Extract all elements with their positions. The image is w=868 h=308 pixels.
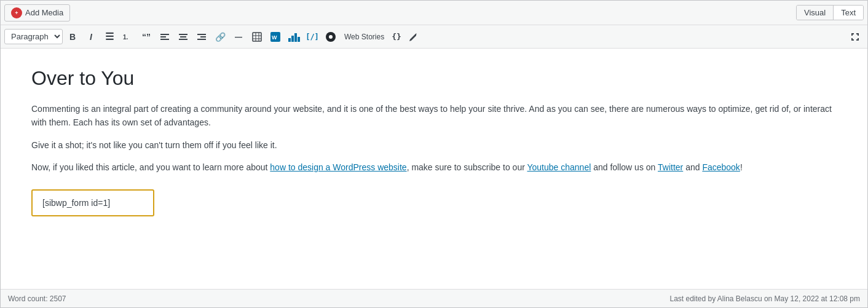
para-links-middle2: and follow us on bbox=[591, 162, 658, 172]
bold-button[interactable]: B bbox=[64, 28, 81, 45]
word-count-value: 2507 bbox=[50, 294, 66, 303]
chart-button[interactable] bbox=[285, 28, 302, 45]
align-right-button[interactable] bbox=[193, 28, 210, 45]
edit-icon bbox=[409, 32, 419, 42]
content-title: Over to You bbox=[31, 67, 837, 90]
web-stories-label: Web Stories bbox=[344, 33, 384, 41]
edit-button[interactable] bbox=[405, 28, 422, 45]
last-edited-area: Last edited by Alina Belascu on May 12, … bbox=[669, 294, 860, 303]
svg-rect-10 bbox=[253, 33, 261, 41]
editor-wrapper: + Add Media Visual Text Paragraph Headin… bbox=[0, 0, 868, 308]
para-links-middle: , make sure to subscribe to our bbox=[407, 162, 527, 172]
view-tabs: Visual Text bbox=[796, 5, 864, 20]
svg-rect-7 bbox=[197, 34, 206, 35]
link-youtube[interactable]: Youtube channel bbox=[527, 162, 591, 172]
horizontal-rule-button[interactable]: — bbox=[230, 28, 247, 45]
add-media-button[interactable]: + Add Media bbox=[4, 4, 70, 22]
svg-rect-3 bbox=[160, 39, 169, 40]
svg-rect-8 bbox=[200, 36, 206, 38]
expand-button[interactable] bbox=[846, 28, 864, 45]
blockquote-button[interactable]: “” bbox=[138, 28, 155, 45]
add-media-label: Add Media bbox=[25, 8, 63, 17]
visual-tab[interactable]: Visual bbox=[797, 6, 834, 20]
wp-blue-icon: W bbox=[270, 32, 280, 42]
table-button[interactable] bbox=[248, 28, 266, 45]
svg-rect-4 bbox=[179, 34, 187, 35]
align-left-button[interactable] bbox=[156, 28, 173, 45]
italic-button[interactable]: I bbox=[82, 28, 100, 45]
story-icon-button[interactable] bbox=[322, 28, 339, 45]
format-select[interactable]: Paragraph Heading 1 Heading 2 Heading 3 bbox=[4, 29, 63, 44]
paragraph-2: Give it a shot; it's not like you can't … bbox=[31, 138, 837, 152]
formatting-toolbar: Paragraph Heading 1 Heading 2 Heading 3 … bbox=[1, 25, 867, 49]
svg-text:W: W bbox=[272, 34, 277, 41]
content-area[interactable]: Over to You Commenting is an integral pa… bbox=[1, 49, 867, 289]
align-center-icon bbox=[178, 32, 188, 42]
add-media-icon: + bbox=[11, 7, 22, 18]
unordered-list-button[interactable]: ☰ bbox=[101, 28, 118, 45]
story-circle-icon bbox=[326, 32, 336, 42]
shortcode-block: [sibwp_form id=1] bbox=[31, 189, 154, 216]
para-links-middle3: and bbox=[683, 162, 702, 172]
status-bar: Word count: 2507 Last edited by Alina Be… bbox=[1, 289, 867, 307]
expand-icon bbox=[850, 32, 860, 42]
svg-text:1.: 1. bbox=[123, 34, 128, 41]
svg-rect-2 bbox=[160, 36, 166, 38]
word-count-label: Word count: bbox=[8, 294, 47, 303]
word-count-area: Word count: 2507 bbox=[8, 294, 66, 303]
link-facebook[interactable]: Facebook bbox=[702, 162, 740, 172]
para-links-before: Now, if you liked this article, and you … bbox=[31, 162, 270, 172]
ordered-list-icon: 1. bbox=[123, 32, 133, 42]
web-stories-button[interactable]: Web Stories bbox=[341, 31, 388, 43]
link-wordpress-design[interactable]: how to design a WordPress website bbox=[270, 162, 406, 172]
link-button[interactable]: 🔗 bbox=[211, 28, 229, 45]
svg-rect-9 bbox=[197, 39, 206, 40]
table-icon bbox=[252, 32, 262, 42]
paragraph-1: Commenting is an integral part of creati… bbox=[31, 102, 837, 130]
shortcode-text: [sibwp_form id=1] bbox=[42, 198, 110, 208]
svg-rect-5 bbox=[180, 36, 186, 38]
top-bar: + Add Media Visual Text bbox=[1, 1, 867, 25]
svg-rect-6 bbox=[179, 39, 187, 40]
wp-icon-button[interactable]: W bbox=[267, 28, 284, 45]
last-edited-text: Last edited by Alina Belascu on May 12, … bbox=[669, 294, 860, 303]
curly-braces-button[interactable]: {} bbox=[389, 28, 404, 45]
link-twitter[interactable]: Twitter bbox=[658, 162, 683, 172]
text-tab[interactable]: Text bbox=[834, 6, 863, 20]
align-right-icon bbox=[197, 32, 207, 42]
align-center-button[interactable] bbox=[175, 28, 192, 45]
paragraph-links: Now, if you liked this article, and you … bbox=[31, 160, 837, 174]
code-button[interactable]: [/] bbox=[304, 28, 321, 45]
para-links-after: ! bbox=[740, 162, 743, 172]
svg-rect-1 bbox=[160, 34, 169, 35]
chart-icon bbox=[288, 32, 300, 42]
ordered-list-button[interactable]: 1. bbox=[119, 28, 136, 45]
align-left-icon bbox=[160, 32, 170, 42]
